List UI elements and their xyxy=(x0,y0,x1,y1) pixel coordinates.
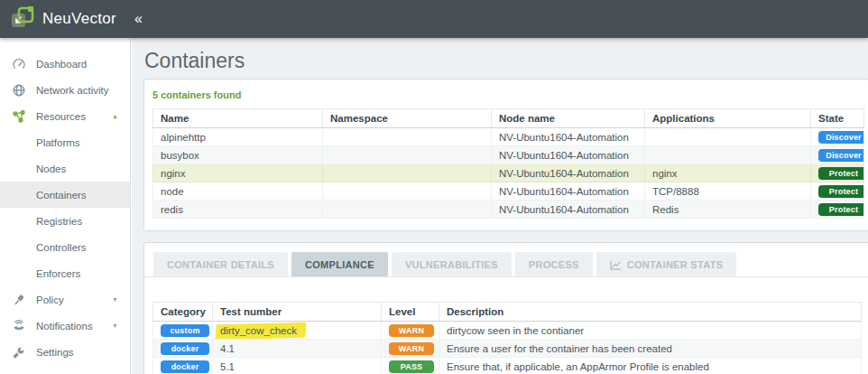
brand-name: NeuVector xyxy=(42,10,116,28)
containers-table-header-row: Name Namespace Node name Applications St… xyxy=(153,109,864,128)
neuvector-logo-icon xyxy=(9,5,36,33)
cell-level: WARN xyxy=(382,340,439,358)
column-header-test-number[interactable]: Test number xyxy=(213,303,382,322)
cell-level: PASS xyxy=(382,358,439,374)
sidebar-item-nodes[interactable]: Nodes xyxy=(0,155,130,182)
sidebar-item-registries[interactable]: Registries xyxy=(0,208,130,234)
compliance-row[interactable]: custom dirty_cow_check WARN dirtycow see… xyxy=(153,322,862,340)
table-row-selected[interactable]: nginx NV-Ubuntu1604-Automation nginx Pro… xyxy=(153,164,864,182)
cell-name: busybox xyxy=(153,146,323,164)
topbar: NeuVector « xyxy=(0,0,868,38)
sidebar-item-label: Resources xyxy=(36,111,86,122)
cell-node: NV-Ubuntu1604-Automation xyxy=(492,201,645,219)
column-header-description[interactable]: Description xyxy=(439,303,862,322)
level-badge: WARN xyxy=(389,324,434,337)
column-header-level[interactable]: Level xyxy=(382,303,439,322)
cell-test-number: 4.1 xyxy=(213,340,382,358)
cell-name: nginx xyxy=(153,164,323,182)
cell-node: NV-Ubuntu1604-Automation xyxy=(492,146,645,164)
table-row[interactable]: redis NV-Ubuntu1604-Automation Redis Pro… xyxy=(153,201,864,219)
sidebar-item-resources[interactable]: Resources ▲ xyxy=(0,103,130,129)
sidebar-item-network-activity[interactable]: Network activity xyxy=(0,77,130,103)
compliance-row[interactable]: docker 4.1 WARN Ensure a user for the co… xyxy=(153,340,862,358)
cell-applications xyxy=(645,128,811,146)
column-header-namespace[interactable]: Namespace xyxy=(323,109,492,128)
sidebar-item-enforcers[interactable]: Enforcers xyxy=(0,260,130,286)
cell-name: redis xyxy=(153,201,323,219)
cell-state: Discover xyxy=(811,128,864,146)
cell-category: docker xyxy=(153,340,213,358)
sidebar-item-dashboard[interactable]: Dashboard xyxy=(0,51,130,77)
sidebar-item-label: Notifications xyxy=(36,321,93,332)
cell-node: NV-Ubuntu1604-Automation xyxy=(492,182,645,201)
column-header-category[interactable]: Category xyxy=(153,303,213,322)
sidebar-item-label: Network activity xyxy=(36,85,109,96)
cell-namespace xyxy=(323,201,492,219)
column-header-state[interactable]: State xyxy=(811,109,864,128)
cell-category: docker xyxy=(153,358,213,374)
sidebar-item-notifications[interactable]: Notifications ▼ xyxy=(0,313,130,339)
tab-label: CONTAINER STATS xyxy=(627,259,724,270)
compliance-row[interactable]: docker 5.1 PASS Ensure that, if applicab… xyxy=(153,358,862,374)
chevron-down-icon[interactable]: ▼ xyxy=(112,323,118,329)
status-badge: Discover xyxy=(818,149,864,162)
column-header-name[interactable]: Name xyxy=(153,109,323,128)
containers-card: 5 containers found Name Namespace Node n… xyxy=(143,79,868,231)
tab-label: VULNERABILITIES xyxy=(405,259,498,270)
sidebar-item-label: Dashboard xyxy=(36,59,87,70)
cell-description: dirtycow seen in the contianer xyxy=(439,322,862,340)
cell-namespace xyxy=(323,164,492,182)
sidebar-item-label: Containers xyxy=(36,190,87,201)
sidebar-collapse-icon[interactable]: « xyxy=(134,11,143,27)
tab-label: CONTAINER DETAILS xyxy=(167,259,274,270)
tab-process[interactable]: PROCESS xyxy=(515,252,593,276)
resources-icon xyxy=(12,109,26,124)
sidebar-item-containers[interactable]: Containers xyxy=(0,182,130,208)
chevron-down-icon[interactable]: ▼ xyxy=(112,296,118,303)
sidebar-item-settings[interactable]: Settings xyxy=(0,339,130,365)
level-badge: WARN xyxy=(389,342,434,355)
highlighted-test-number: dirty_cow_check xyxy=(220,325,297,336)
main-content: Containers 5 containers found Name Names… xyxy=(132,38,868,374)
cell-applications xyxy=(645,146,811,164)
containers-found-count: 5 containers found xyxy=(144,79,868,108)
sidebar-item-label: Settings xyxy=(36,347,74,358)
sidebar: Dashboard Network activity Resources ▲ P… xyxy=(0,38,131,374)
cell-level: WARN xyxy=(382,322,439,340)
compliance-header-row: Category Test number Level Description xyxy=(153,303,862,322)
containers-table: Name Namespace Node name Applications St… xyxy=(152,108,864,219)
cell-category: custom xyxy=(153,322,213,340)
cell-state: Protect xyxy=(811,201,864,219)
column-header-applications[interactable]: Applications xyxy=(645,109,811,128)
tab-compliance[interactable]: COMPLIANCE xyxy=(291,252,388,276)
globe-icon xyxy=(12,83,26,98)
cell-node: NV-Ubuntu1604-Automation xyxy=(492,128,645,146)
cell-name: node xyxy=(153,182,323,201)
category-badge: docker xyxy=(161,342,209,355)
sidebar-item-policy[interactable]: Policy ▼ xyxy=(0,286,130,313)
table-row[interactable]: busybox NV-Ubuntu1604-Automation Discove… xyxy=(153,146,864,164)
tab-label: COMPLIANCE xyxy=(305,259,374,270)
sidebar-item-label: Registries xyxy=(36,216,82,227)
table-row[interactable]: node NV-Ubuntu1604-Automation TCP/8888 P… xyxy=(153,182,864,201)
cell-applications: TCP/8888 xyxy=(645,182,811,201)
sidebar-item-label: Policy xyxy=(36,295,64,305)
tab-container-stats[interactable]: CONTAINER STATS xyxy=(596,252,737,276)
cell-namespace xyxy=(323,182,492,201)
table-row[interactable]: alpinehttp NV-Ubuntu1604-Automation Disc… xyxy=(153,128,864,146)
status-badge: Protect xyxy=(818,167,864,180)
sidebar-item-platforms[interactable]: Platforms xyxy=(0,129,130,155)
cell-test-number: 5.1 xyxy=(213,358,382,374)
cell-node: NV-Ubuntu1604-Automation xyxy=(492,164,645,182)
sidebar-item-controllers[interactable]: Controllers xyxy=(0,234,130,260)
gauge-icon xyxy=(12,57,26,71)
category-badge: custom xyxy=(161,324,209,337)
cell-test-number: dirty_cow_check xyxy=(213,322,382,340)
tab-label: PROCESS xyxy=(529,259,579,270)
chevron-up-icon[interactable]: ▲ xyxy=(112,113,118,119)
tab-vulnerabilities[interactable]: VULNERABILITIES xyxy=(392,252,512,276)
tab-container-details[interactable]: CONTAINER DETAILS xyxy=(153,252,288,276)
cell-state: Discover xyxy=(811,146,864,164)
gavel-icon xyxy=(12,293,26,307)
column-header-node-name[interactable]: Node name xyxy=(492,109,645,128)
